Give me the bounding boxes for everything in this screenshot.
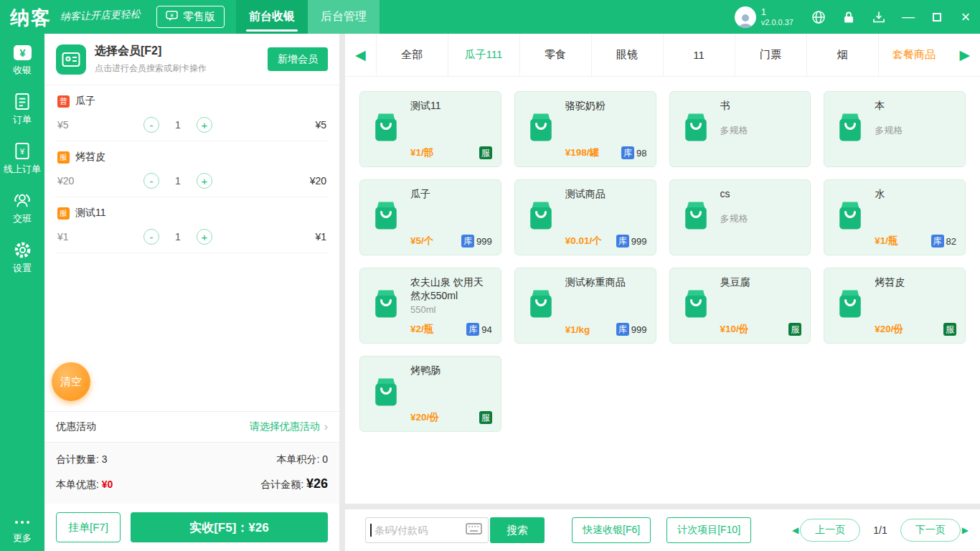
product-price: ¥1/部: [410, 146, 433, 159]
product-card[interactable]: 测试11 ¥1/部 服: [359, 91, 501, 167]
category-tab[interactable]: 零食: [519, 34, 591, 76]
top-nav: 前台收银 后台管理: [236, 0, 380, 34]
stock-badge: 库: [466, 323, 479, 336]
svg-text:¥: ¥: [170, 11, 174, 18]
promo-row[interactable]: 优惠活动 请选择优惠活动 ›: [44, 411, 339, 442]
category-tab-label: 烟: [837, 48, 848, 62]
decrease-qty-button[interactable]: -: [143, 229, 159, 245]
sidebar-more-button[interactable]: 更多: [0, 509, 44, 551]
shopping-bag-icon: [833, 110, 867, 148]
category-tab[interactable]: 套餐商品: [878, 34, 950, 76]
item-unit-price: ¥5: [57, 119, 123, 131]
add-member-button[interactable]: 新增会员: [268, 47, 328, 71]
stock-badge: 库: [621, 146, 634, 159]
tab-backend-admin[interactable]: 后台管理: [308, 0, 380, 34]
sidebar-item-shift[interactable]: 交班: [0, 184, 44, 233]
amount-total: 合计金额: ¥26: [260, 476, 328, 491]
product-card[interactable]: 烤苕皮 ¥20/份 服: [824, 268, 966, 344]
category-tab-label: 门票: [760, 48, 781, 62]
maximize-button[interactable]: [923, 0, 951, 34]
bottom-bar: 搜索 快速收银[F6] 计次项目[F10] ◀ 上一页 1/1 下一页 ▶: [345, 509, 980, 551]
shopping-bag-icon: [524, 287, 558, 324]
close-button[interactable]: ×: [951, 0, 980, 34]
product-price: ¥1/kg: [565, 324, 590, 335]
product-card[interactable]: 烤鸭肠 ¥20/份 服: [359, 356, 501, 432]
count-item-button[interactable]: 计次项目[F10]: [666, 517, 751, 543]
edition-button[interactable]: ¥ 零售版: [156, 6, 225, 28]
search-button[interactable]: 搜索: [490, 517, 545, 543]
product-card[interactable]: 瓜子 ¥5/个 库 999: [359, 179, 501, 255]
checkout-button[interactable]: 实收[F5]：¥26: [131, 512, 328, 542]
shopping-bag-icon: [524, 110, 558, 148]
product-grid: 测试11 ¥1/部 服 骆驼奶粉: [345, 77, 980, 446]
service-badge: 服: [479, 146, 492, 159]
category-next-arrow[interactable]: ▶: [950, 34, 980, 76]
product-card[interactable]: 农夫山泉 饮用天然水550ml 550ml ¥2/瓶 库 94: [359, 268, 501, 344]
hold-order-button[interactable]: 挂单[F7]: [56, 512, 121, 542]
qty-total: 合计数量: 3: [56, 453, 108, 466]
stock-badge: 库: [616, 235, 629, 248]
category-prev-arrow[interactable]: ◀: [345, 34, 376, 76]
globe-icon[interactable]: [804, 0, 834, 34]
stock-info: 库 999: [616, 235, 647, 248]
stock-info: 库 82: [931, 235, 956, 248]
stock-info: 库 999: [461, 235, 492, 248]
product-name: 瓜子: [410, 187, 492, 201]
product-card[interactable]: 骆驼奶粉 ¥198/罐 库 98: [514, 91, 656, 167]
product-card[interactable]: 水 ¥1/瓶 库 82: [824, 179, 966, 255]
barcode-input[interactable]: [374, 524, 463, 536]
prev-page-button[interactable]: 上一页: [800, 519, 860, 542]
quick-cashier-button[interactable]: 快速收银[F6]: [572, 517, 651, 543]
keyboard-icon[interactable]: [466, 523, 482, 537]
product-price: ¥10/份: [720, 323, 749, 336]
shopping-bag-icon: [679, 199, 713, 236]
category-tab[interactable]: 全部: [376, 34, 448, 76]
barcode-input-box[interactable]: [365, 517, 489, 543]
item-name: 烤苕皮: [75, 151, 105, 164]
sidebar-item-cashier[interactable]: ¥ 收银: [0, 37, 44, 85]
increase-qty-button[interactable]: +: [197, 173, 212, 189]
avatar[interactable]: [735, 6, 756, 28]
category-tab[interactable]: 11: [663, 34, 735, 76]
sidebar-item-online-orders[interactable]: ¥ 线上订单: [0, 134, 44, 184]
lock-icon[interactable]: [834, 0, 864, 34]
prev-page-arrow-icon: ◀: [792, 525, 798, 535]
tab-front-cashier[interactable]: 前台收银: [236, 0, 308, 34]
product-card[interactable]: 测试商品 ¥0.01/个 库 999: [514, 179, 656, 255]
product-card[interactable]: 臭豆腐 ¥10/份 服: [669, 268, 811, 344]
clear-cart-button[interactable]: 清空: [52, 362, 90, 401]
category-tab[interactable]: 门票: [735, 34, 806, 76]
minimize-button[interactable]: —: [894, 0, 923, 34]
category-tab[interactable]: 瓜子111: [448, 34, 519, 76]
product-name: 臭豆腐: [720, 276, 802, 289]
product-price: ¥198/罐: [565, 146, 599, 159]
increase-qty-button[interactable]: +: [197, 229, 212, 245]
product-card[interactable]: cs 多规格: [669, 179, 811, 255]
decrease-qty-button[interactable]: -: [143, 117, 159, 133]
category-tab[interactable]: 眼镜: [591, 34, 663, 76]
increase-qty-button[interactable]: +: [197, 117, 212, 133]
product-card[interactable]: 书 多规格: [669, 91, 811, 167]
topbar-right: 1 v2.0.0.37 — ×: [735, 0, 980, 34]
sidebar-item-orders[interactable]: 订单: [0, 85, 44, 134]
category-tab[interactable]: 烟: [806, 34, 878, 76]
download-icon[interactable]: [864, 0, 894, 34]
product-name: 测试商品: [565, 187, 647, 201]
gear-icon: [14, 241, 32, 259]
member-subtitle: 点击进行会员搜索或刷卡操作: [95, 62, 259, 75]
member-select-area[interactable]: 选择会员[F2] 点击进行会员搜索或刷卡操作 新增会员: [44, 34, 339, 85]
category-tab-label: 零食: [545, 48, 566, 62]
product-sub-spec: 550ml: [410, 304, 492, 315]
decrease-qty-button[interactable]: -: [143, 173, 159, 189]
product-price: ¥0.01/个: [565, 235, 602, 248]
online-orders-icon: ¥: [14, 142, 31, 160]
shopping-bag-icon: [524, 199, 558, 236]
product-card[interactable]: 测试称重商品 ¥1/kg 库 999: [514, 268, 656, 344]
sidebar-item-settings[interactable]: 设置: [0, 233, 44, 283]
product-card[interactable]: 本 多规格: [824, 91, 966, 167]
member-title: 选择会员[F2]: [95, 44, 259, 59]
app-logo: 纳客: [0, 0, 57, 34]
stock-count: 999: [631, 236, 647, 247]
next-page-button[interactable]: 下一页: [900, 519, 961, 542]
sidebar-item-label: 收银: [13, 65, 32, 76]
